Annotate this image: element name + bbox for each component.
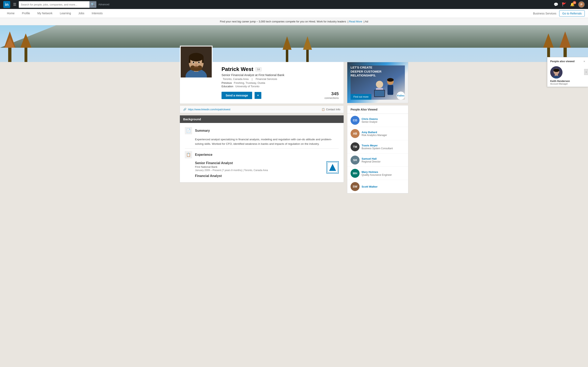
person-info-0: Chris Owens Senior Analyst [362, 117, 378, 123]
person-avatar-5: SW [351, 182, 360, 191]
background-section-header: Background [180, 115, 344, 123]
connection-badge: 1st [255, 67, 261, 71]
people-also-viewed-section: People Also Viewed CO Chris Owens Senior… [347, 105, 408, 193]
messages-icon-button[interactable]: 💬 [554, 2, 558, 7]
nav-item-learning[interactable]: Learning [56, 9, 75, 18]
nav-items-right: Business Services Go to Referrals [530, 9, 585, 18]
profile-card: Patrick West 1st Senior Financial Analys… [180, 62, 344, 104]
person-avatar-3: SH [351, 156, 360, 165]
background-section: Background 📄 Summary Experienced analyst… [180, 115, 344, 183]
experience-icon: 📋 [185, 151, 192, 158]
job-item-1: Senior Financial Analyst First National … [185, 161, 339, 172]
person-info-3: Samuel Hall Regional Director [362, 157, 380, 163]
person-item-5[interactable]: SW Scott Walker [347, 180, 408, 193]
experience-heading: Experience [195, 153, 212, 157]
person-name-0: Chris Owens [362, 117, 378, 120]
floating-person-item[interactable]: Keith Henderson Account Manager [547, 65, 588, 87]
profile-container: Patrick West 1st Senior Financial Analys… [172, 62, 416, 196]
summary-icon: 📄 [185, 127, 192, 134]
profile-photo [180, 46, 213, 78]
floating-person-name: Keith Henderson [550, 80, 585, 83]
person-item-4[interactable]: MH Mary Holmes Quality Assurance Enginee… [347, 167, 408, 180]
profile-hero-image [0, 25, 588, 62]
advanced-search-link[interactable]: Advanced [98, 3, 109, 6]
person-title-1: Risk Analytics Manager [362, 134, 387, 137]
flag-icon-button[interactable]: 🚩 [562, 2, 566, 7]
floating-person-title: Account Manager [550, 83, 585, 85]
svg-point-34 [198, 62, 200, 63]
summary-text: Experienced analyst specializing in fina… [185, 137, 339, 146]
svg-rect-42 [375, 90, 384, 96]
job-item-2: Financial Analyst [185, 174, 339, 178]
people-also-viewed-header: People Also Viewed [347, 105, 408, 114]
search-button[interactable]: 🔍 [89, 1, 96, 8]
ad-banner-read-more-link[interactable]: Read More [349, 20, 362, 23]
person-title-4: Quality Assurance Engineer [362, 174, 392, 176]
profile-name: Patrick West 1st [222, 66, 339, 72]
svg-rect-26 [189, 57, 190, 63]
person-item-2[interactable]: TM Travis Meyer Business System Consulta… [347, 140, 408, 154]
linkedin-logo[interactable]: in [3, 1, 10, 8]
svg-point-48 [553, 69, 559, 72]
svg-rect-44 [388, 85, 393, 95]
nav-item-home[interactable]: Home [3, 9, 18, 18]
nav-item-profile[interactable]: Profile [18, 9, 34, 18]
nav-item-interests[interactable]: Interests [88, 9, 106, 18]
nav-item-business-services[interactable]: Business Services [530, 9, 559, 18]
person-avatar-2: TM [351, 142, 360, 151]
ad-find-out-more-button[interactable]: Find out more [351, 94, 371, 100]
company-logo-1 [327, 161, 339, 174]
main-navigation: Home Profile My Network Learning Jobs In… [0, 9, 588, 18]
floating-people-also-viewed-panel: People also viewed × Keith Henderson Acc… [547, 57, 588, 87]
svg-point-25 [189, 53, 204, 61]
search-bar: 🔍 [19, 1, 96, 8]
user-avatar[interactable]: P [578, 1, 585, 8]
url-icon: 🔗 [183, 108, 186, 111]
profile-sidebar: LET'S CREATE DEEPER CUSTOMER RELATIONSHI… [347, 62, 408, 196]
contact-info-button[interactable]: 📋 Contact Info [321, 108, 340, 111]
ad-logo: FixDex [397, 92, 405, 100]
hero-landscape-svg [0, 25, 588, 62]
svg-point-39 [376, 81, 383, 88]
profile-actions: Send a message ▼ 345 connections [222, 91, 339, 100]
contact-info-icon: 📋 [321, 108, 325, 111]
person-info-2: Travis Meyer Business System Consultant [362, 144, 393, 150]
top-bar-right-icons: 💬 🚩 🔔 21 P [554, 1, 585, 8]
person-info-5: Scott Walker [362, 185, 378, 188]
person-item-3[interactable]: SH Samuel Hall Regional Director [347, 154, 408, 167]
floating-panel-close-button[interactable]: × [584, 60, 585, 63]
nav-items-left: Home Profile My Network Learning Jobs In… [3, 9, 530, 18]
svg-marker-2 [0, 25, 588, 48]
ad-text-overlay: LET'S CREATE DEEPER CUSTOMER RELATIONSHI… [351, 66, 383, 77]
send-message-dropdown-button[interactable]: ▼ [255, 92, 261, 99]
svg-rect-16 [286, 48, 288, 62]
nav-item-go-to-referrals[interactable]: Go to Referrals [559, 10, 585, 17]
person-avatar-0: CO [351, 116, 360, 125]
person-name-3: Samuel Hall [362, 157, 380, 160]
profile-url[interactable]: https://www.linkedin.com/in/patrickwest [188, 108, 230, 111]
job-title-2: Financial Analyst [195, 174, 339, 178]
person-title-2: Business System Consultant [362, 147, 393, 150]
hamburger-button[interactable]: ☰ [12, 1, 17, 8]
search-input[interactable] [19, 1, 89, 8]
notifications-icon-button[interactable]: 🔔 21 [570, 2, 575, 7]
send-message-button[interactable]: Send a message [222, 92, 252, 99]
profile-location: Toronto, Canada Area | Financial Service… [222, 77, 339, 81]
job-title-1: Senior Financial Analyst [195, 161, 339, 165]
hero-background [0, 25, 588, 62]
background-section-body: 📄 Summary Experienced analyst specializi… [180, 123, 344, 182]
ad-banner-suffix: | Ad [364, 20, 368, 23]
top-navigation-bar: in ☰ 🔍 Advanced 💬 🚩 🔔 21 P [0, 0, 588, 9]
svg-rect-27 [202, 57, 204, 63]
nav-item-jobs[interactable]: Jobs [75, 9, 88, 18]
person-item-1[interactable]: AB Amy Ballard Risk Analytics Manager [347, 127, 408, 140]
summary-title-row: 📄 Summary [185, 127, 339, 134]
person-name-1: Amy Ballard [362, 131, 387, 134]
ad-banner: Find your next big career jump – 3,000 t… [0, 18, 588, 25]
person-item-0[interactable]: CO Chris Owens Senior Analyst [347, 114, 408, 127]
ad-image: LET'S CREATE DEEPER CUSTOMER RELATIONSHI… [347, 62, 408, 103]
floating-panel-arrow-button[interactable]: › [584, 69, 588, 75]
svg-point-32 [193, 62, 194, 63]
nav-item-my-network[interactable]: My Network [34, 9, 56, 18]
person-title-3: Regional Director [362, 160, 380, 163]
